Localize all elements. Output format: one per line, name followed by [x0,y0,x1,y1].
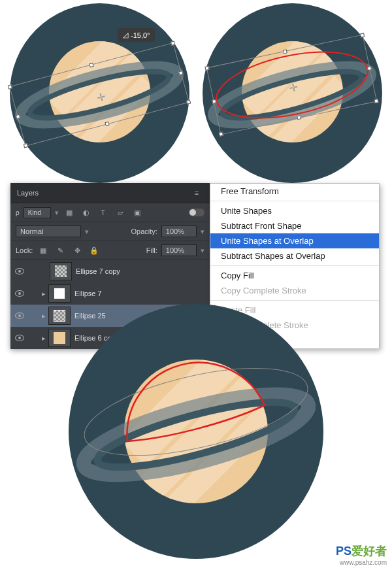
lock-trans-icon[interactable]: ▦ [37,244,50,256]
ring-shape [203,3,382,183]
fill-value[interactable]: 100% [161,244,197,256]
layer-thumb [48,307,71,325]
filter-row: ρ Kind ▾ ▦ ◐ T ▱ ▣ [10,203,210,222]
layer-name: Ellipse 7 [74,290,102,297]
svg-point-0 [15,55,183,135]
kind-filter[interactable]: Kind [24,207,51,218]
layer-name: Ellipse 7 copy [76,267,120,275]
angle-icon: ◿ [123,31,128,39]
filter-type-icon[interactable]: T [97,207,110,218]
layer-thumb [48,284,71,303]
opacity-label: Opacity: [131,227,157,235]
watermark: PS爱好者 www.psahz.com [336,543,387,566]
panel-title: Layers [17,189,39,197]
layer-thumb [50,262,72,280]
angle-value: -15,0° [131,31,150,39]
blend-mode-select[interactable]: Normal [16,226,81,237]
planet-canvas-2: ✛ [203,3,382,183]
fill-label: Fill: [146,246,157,254]
lock-all-icon[interactable]: 🔒 [88,244,101,256]
menu-unite-overlap[interactable]: Unite Shapes at Overlap [210,233,379,248]
filter-adjust-icon[interactable]: ◐ [80,207,93,218]
opacity-value[interactable]: 100% [161,226,197,237]
filter-pixel-icon[interactable]: ▦ [63,207,76,218]
lock-label: Lock: [16,246,33,254]
menu-copy-stroke: Copy Complete Stroke [210,283,379,298]
layer-thumb [48,329,71,347]
layer-item[interactable]: ▸ Ellipse 7 [10,282,210,305]
lock-row: Lock: ▦ ✎ ✥ 🔒 Fill: 100% ▾ [10,241,210,260]
menu-unite-shapes[interactable]: Unite Shapes [210,203,379,218]
menu-subtract-overlap[interactable]: Subtract Shapes at Overlap [210,248,379,263]
menu-subtract-front[interactable]: Subtract Front Shape [210,218,379,233]
menu-free-transform[interactable]: Free Transform [210,184,379,199]
menu-separator [210,300,379,301]
visibility-icon[interactable] [15,312,24,319]
twisty-icon[interactable]: ▸ [39,290,48,298]
visibility-icon[interactable] [15,290,24,297]
menu-separator [210,265,379,266]
ring-shape [10,3,189,183]
menu-copy-fill[interactable]: Copy Fill [210,268,379,283]
ring-and-path [69,304,323,559]
planet-canvas-3 [69,304,323,559]
filter-shape-icon[interactable]: ▱ [114,207,127,218]
lock-brush-icon[interactable]: ✎ [54,244,67,256]
svg-point-2 [208,55,376,135]
panel-header: Layers ≡ [10,183,210,203]
blend-row: Normal ▾ Opacity: 100% ▾ [10,222,210,241]
filter-toggle[interactable] [189,209,204,216]
twisty-icon[interactable]: ▸ [39,334,48,343]
menu-separator [210,201,379,201]
visibility-icon[interactable] [15,268,24,275]
planet-canvas-1: ✛ ◿ -15,0° [10,3,189,183]
rotation-angle-label: ◿ -15,0° [118,28,155,42]
visibility-icon[interactable] [15,335,24,341]
watermark-logo: PS爱好者 [336,543,387,559]
svg-point-5 [76,378,316,491]
lock-move-icon[interactable]: ✥ [71,244,84,256]
panel-menu-icon[interactable]: ≡ [190,187,203,199]
filter-smart-icon[interactable]: ▣ [131,207,144,218]
layer-item[interactable]: Ellipse 7 copy [10,260,210,282]
twisty-icon[interactable]: ▸ [39,312,48,320]
watermark-url: www.psahz.com [336,559,387,566]
